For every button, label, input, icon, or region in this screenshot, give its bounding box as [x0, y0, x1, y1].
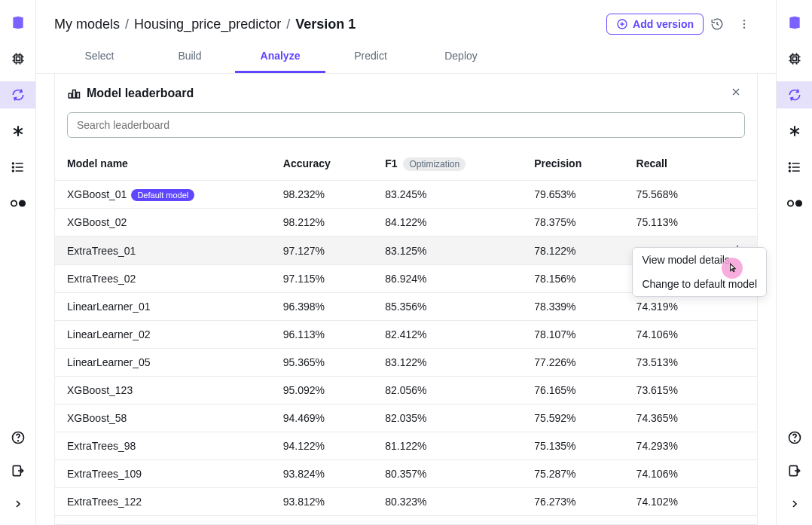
- search-input[interactable]: [67, 112, 745, 138]
- cell-f1: 80.357%: [373, 460, 522, 488]
- col-name[interactable]: Model name: [55, 147, 271, 181]
- svg-point-8: [17, 441, 18, 441]
- cell-precision: 75.135%: [522, 432, 624, 460]
- tabs: Select Build Analyze Predict Deploy: [36, 41, 776, 74]
- leaderboard-icon: [67, 87, 81, 100]
- logo-icon[interactable]: [786, 14, 804, 32]
- table-wrap: Model name Accuracy F1 Optimization Prec…: [55, 147, 757, 524]
- cell-precision: 78.375%: [522, 209, 624, 237]
- list-icon[interactable]: [9, 158, 27, 176]
- add-version-button[interactable]: Add version: [606, 14, 704, 35]
- cell-name: ExtraTrees_122: [55, 488, 271, 516]
- breadcrumb-root[interactable]: My models: [54, 17, 120, 32]
- cell-actions: [718, 181, 757, 209]
- table-row[interactable]: XGBoost_12395.092%82.056%76.165%73.615%: [55, 377, 757, 404]
- col-precision[interactable]: Precision: [522, 147, 624, 181]
- svg-point-23: [789, 166, 790, 168]
- svg-point-6: [18, 200, 25, 206]
- refresh-icon[interactable]: [9, 86, 27, 104]
- cell-recall: 74.106%: [624, 460, 718, 488]
- cell-name: XGBoost_58: [55, 404, 271, 432]
- leaderboard-table: Model name Accuracy F1 Optimization Prec…: [55, 147, 757, 524]
- cell-f1: 81.122%: [373, 432, 522, 460]
- cell-f1: 83.122%: [373, 349, 522, 377]
- svg-rect-15: [73, 90, 76, 98]
- col-actions: [718, 147, 757, 181]
- logo-icon[interactable]: [9, 14, 27, 32]
- cell-name: ExtraTrees_109: [55, 460, 271, 488]
- cell-precision: 79.653%: [522, 181, 624, 209]
- logout-icon[interactable]: [9, 462, 27, 480]
- collapse-right-icon[interactable]: [786, 495, 804, 513]
- cell-actions: [718, 293, 757, 321]
- cell-precision: 75.287%: [522, 460, 624, 488]
- cell-accuracy: 94.122%: [271, 432, 373, 460]
- table-row[interactable]: ExtraTrees_12293.812%80.323%76.273%74.10…: [55, 488, 757, 516]
- table-row[interactable]: ExtraTrees_10993.785%80.185%77.532%74.09…: [55, 516, 757, 525]
- col-f1[interactable]: F1 Optimization: [373, 147, 522, 181]
- refresh-icon[interactable]: [786, 86, 804, 104]
- tab-predict[interactable]: Predict: [325, 41, 416, 73]
- toggle-icon[interactable]: [9, 194, 27, 212]
- chip-icon[interactable]: [786, 50, 804, 68]
- cell-recall: 74.102%: [624, 488, 718, 516]
- cursor-highlight: [722, 258, 743, 279]
- asterisk-icon[interactable]: [786, 122, 804, 140]
- cell-precision: 78.122%: [522, 237, 624, 265]
- cell-precision: 78.156%: [522, 265, 624, 293]
- tab-analyze[interactable]: Analyze: [235, 41, 325, 73]
- logout-icon[interactable]: [786, 462, 804, 480]
- toggle-icon[interactable]: [786, 194, 804, 212]
- sidebar-left: [0, 0, 36, 525]
- collapse-right-icon[interactable]: [9, 495, 27, 513]
- menu-view-details[interactable]: View model details: [633, 248, 766, 272]
- cell-actions: [718, 488, 757, 516]
- cell-f1: 82.412%: [373, 321, 522, 349]
- cell-name: XGBoost_02: [55, 209, 271, 237]
- cell-name: ExtraTrees_109: [55, 516, 271, 525]
- cell-f1: 80.185%: [373, 516, 522, 525]
- tab-deploy[interactable]: Deploy: [416, 41, 506, 73]
- cell-name: LinearLearner_01: [55, 293, 271, 321]
- table-row[interactable]: XGBoost_0298.212%84.122%78.375%75.113%: [55, 209, 757, 237]
- table-row[interactable]: LinearLearner_0296.113%82.412%78.107%74.…: [55, 321, 757, 349]
- cell-accuracy: 95.092%: [271, 377, 373, 404]
- col-accuracy[interactable]: Accuracy: [271, 147, 373, 181]
- more-icon[interactable]: [731, 11, 758, 38]
- breadcrumb: My models / Housing_price_predictor / Ve…: [54, 17, 606, 32]
- panel-title: Model leaderboard: [87, 87, 721, 100]
- cell-f1: 85.356%: [373, 293, 522, 321]
- tab-build[interactable]: Build: [145, 41, 235, 73]
- table-row[interactable]: XGBoost_5894.469%82.035%75.592%74.365%: [55, 404, 757, 432]
- cell-recall: 75.113%: [624, 209, 718, 237]
- help-icon[interactable]: [9, 429, 27, 447]
- context-menu: View model details Change to default mod…: [632, 247, 767, 297]
- menu-change-default[interactable]: Change to default model: [633, 272, 766, 296]
- close-icon[interactable]: [727, 83, 745, 103]
- svg-point-11: [743, 20, 745, 21]
- table-row[interactable]: ExtraTrees_9894.122%81.122%75.135%74.293…: [55, 432, 757, 460]
- col-recall[interactable]: Recall: [624, 147, 718, 181]
- svg-point-28: [794, 441, 795, 441]
- table-row[interactable]: LinearLearner_0196.398%85.356%78.339%74.…: [55, 293, 757, 321]
- cell-accuracy: 98.232%: [271, 181, 373, 209]
- chip-icon[interactable]: [9, 50, 27, 68]
- help-icon[interactable]: [786, 429, 804, 447]
- breadcrumb-project[interactable]: Housing_price_predictor: [134, 17, 281, 32]
- cell-precision: 77.226%: [522, 349, 624, 377]
- cell-name: XGBoost_01Default model: [55, 181, 271, 209]
- asterisk-icon[interactable]: [9, 122, 27, 140]
- tab-select[interactable]: Select: [54, 41, 145, 73]
- header: My models / Housing_price_predictor / Ve…: [36, 0, 776, 41]
- cell-recall: 74.098%: [624, 516, 718, 525]
- cell-recall: 73.513%: [624, 349, 718, 377]
- table-row[interactable]: LinearLearner_0595.365%83.122%77.226%73.…: [55, 349, 757, 377]
- history-icon[interactable]: [704, 11, 731, 38]
- cell-precision: 75.592%: [522, 404, 624, 432]
- svg-point-12: [743, 23, 745, 25]
- cell-recall: 75.568%: [624, 181, 718, 209]
- list-icon[interactable]: [786, 158, 804, 176]
- table-row[interactable]: ExtraTrees_10993.824%80.357%75.287%74.10…: [55, 460, 757, 488]
- cell-actions: [718, 404, 757, 432]
- table-row[interactable]: XGBoost_01Default model98.232%83.245%79.…: [55, 181, 757, 209]
